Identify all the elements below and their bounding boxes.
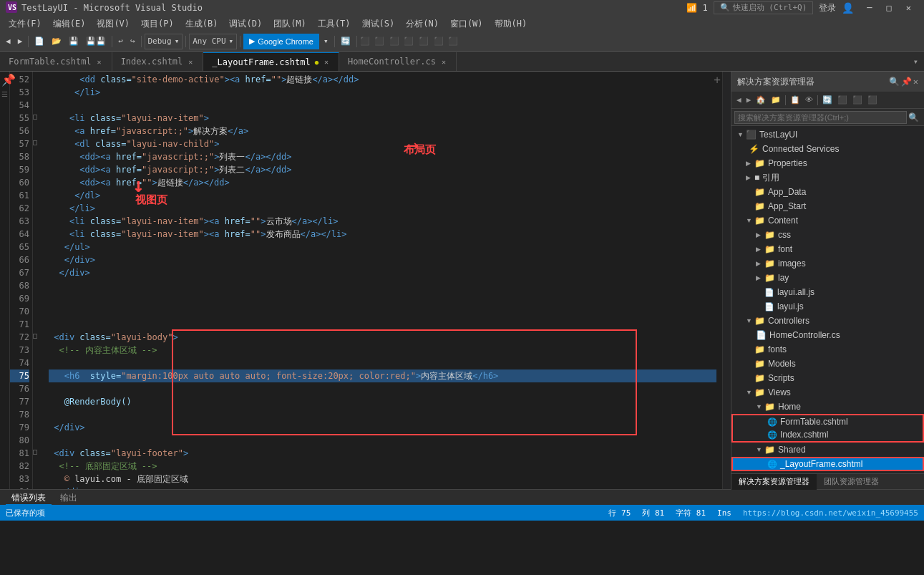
folder-icon: 📁 [754,187,765,197]
se-forward-btn[interactable]: ▶ [744,95,754,105]
se-back-btn[interactable]: ◀ [734,95,744,105]
tab-close-icon[interactable]: ✕ [187,57,194,67]
refresh-btn[interactable]: 🔄 [338,34,354,49]
menu-item[interactable]: 帮助(H) [489,16,533,32]
menu-item[interactable]: 团队(M) [268,16,312,32]
tree-item-homecontroller[interactable]: 📄 HomeController.cs [731,328,924,342]
tab-output[interactable]: 输出 [54,490,83,506]
code-line-71 [49,318,716,331]
add-line-btn[interactable]: + [714,73,721,87]
tab-homecontroller[interactable]: HomeController.cs ✕ [339,52,457,71]
code-line-54 [49,99,716,112]
se-tab-team[interactable]: 团队资源管理器 [817,474,886,490]
menu-item[interactable]: 视图(V) [91,16,135,32]
tree-item-references[interactable]: ▶ ■ 引用 [731,170,924,185]
se-extra2-btn[interactable]: ⬛ [850,95,865,105]
save-all-btn[interactable]: 💾💾 [83,34,109,49]
redo-btn[interactable]: ↪ [127,34,138,49]
se-tab-solution[interactable]: 解决方案资源管理器 [731,474,817,490]
run-dropdown[interactable]: ▾ [321,34,331,49]
tab-error-list[interactable]: 错误列表 [6,490,52,506]
menu-item[interactable]: 文件(F) [3,16,47,32]
se-home-btn[interactable]: 🏠 [754,95,768,105]
menu-item[interactable]: 编辑(E) [47,16,92,32]
se-collapse-btn[interactable]: 📁 [769,95,783,105]
folder-icon: 📁 [764,230,775,240]
tree-item-views[interactable]: ▼ 📁 Views [731,385,924,400]
tree-item-properties[interactable]: ▶ 📁 Properties [731,156,924,170]
menu-item[interactable]: 项目(P) [135,16,180,32]
layout-page-annotation: ↘ 布局页 [401,129,439,158]
tab-layoutframe[interactable]: _LayoutFrame.cshtml ● ✕ [203,52,339,71]
tree-item-scripts[interactable]: 📁 Scripts [731,371,924,385]
tree-item-shared[interactable]: ▼ 📁 Shared [731,443,924,457]
expand-icon: ▶ [756,231,764,238]
code-line-59: <dd><a href="javascript:;" >列表二</a></dd> [49,163,716,176]
tree-item-connected-services[interactable]: ⚡ Connected Services [731,142,924,156]
open-file-btn[interactable]: 📂 [49,34,64,49]
expand-icon: ▶ [756,260,764,267]
run-btn[interactable]: ▶ Google Chrome [243,34,319,49]
se-preview-btn[interactable]: 👁 [803,95,815,105]
se-close-btn[interactable]: ✕ [913,77,918,87]
se-search-btn[interactable]: 🔍 [889,77,900,87]
code-line-75: <h6 style="margin:100px auto auto auto; … [49,369,716,382]
menu-item[interactable]: 生成(B) [180,16,224,32]
close-btn[interactable]: ✕ [899,3,918,13]
maximize-btn[interactable]: □ [880,3,899,13]
tree-item-content[interactable]: ▼ 📁 Content [731,213,924,228]
undo-btn[interactable]: ↩ [115,34,126,49]
code-line-66: </div> [49,253,716,266]
tree-item-app-start[interactable]: 📁 App_Start [731,199,924,213]
editor[interactable]: 📌 ☰ 525354555657 585960616263 6465666768… [0,72,731,489]
tab-overflow-btn[interactable]: ▾ [908,52,924,71]
tab-close-icon[interactable]: ✕ [323,57,330,67]
se-pin-btn[interactable]: 📌 [901,77,912,87]
se-tree[interactable]: ▼ ⬛ TestLayUI ⚡ Connected Services ▶ 📁 P… [731,126,924,473]
tab-close-icon[interactable]: ✕ [440,57,447,67]
solution-explorer: 解决方案资源管理器 🔍 📌 ✕ ◀ ▶ 🏠 📁 📋 👁 🔄 ⬛ ⬛ ⬛ [731,72,924,489]
se-refresh-btn[interactable]: 🔄 [820,95,835,105]
se-search-input[interactable] [734,111,907,124]
tree-item-home[interactable]: ▼ 📁 Home [731,400,924,414]
tree-label: lay [778,273,789,283]
connected-icon: ⚡ [749,144,759,154]
tree-item-css[interactable]: ▶ 📁 css [731,228,924,242]
tab-close-icon[interactable]: ✕ [96,57,103,67]
tab-formtable[interactable]: FormTable.cshtml ✕ [0,52,112,71]
menu-item[interactable]: 调试(D) [223,16,268,32]
tree-item-controllers[interactable]: ▼ 📁 Controllers [731,314,924,328]
se-properties-btn[interactable]: 📋 [788,95,802,105]
se-extra-btn[interactable]: ⬛ [835,95,850,105]
tree-item-font[interactable]: ▶ 📁 font [731,242,924,256]
tree-item-index[interactable]: 🌐 Index.cshtml [731,428,924,443]
se-extra3-btn[interactable]: ⬛ [865,95,880,105]
tree-item-layoutframe[interactable]: 🌐 _LayoutFrame.cshtml [731,457,924,471]
tree-item-layui-all-js[interactable]: 📄 layui.all.js [731,285,924,299]
tree-item-images[interactable]: ▶ 📁 images [731,256,924,271]
minimize-btn[interactable]: ─ [860,3,879,13]
quick-launch[interactable]: 🔍 登录 快速启动 (Ctrl+Q) [714,1,814,14]
code-content[interactable]: ↓ 视图页 ↘ 布局页 <dd class="site-demo-active"… [43,72,722,489]
debug-config-dropdown[interactable]: Debug ▾ [145,34,183,49]
tree-label: layui.all.js [777,287,814,297]
tree-item-fonts[interactable]: 📁 fonts [731,342,924,357]
tree-item-models[interactable]: 📁 Models [731,357,924,371]
editor-scrollbar[interactable] [722,72,731,489]
login-text[interactable]: 登录 [819,2,836,14]
new-file-btn[interactable]: 📄 [31,34,47,49]
tab-index[interactable]: Index.cshtml ✕ [112,52,204,71]
menu-item[interactable]: 工具(T) [312,16,356,32]
tree-item-formtable[interactable]: 🌐 FormTable.cshtml [731,414,924,428]
tree-item-app-data[interactable]: 📁 App_Data [731,185,924,199]
tree-item-testlayui[interactable]: ▼ ⬛ TestLayUI [731,127,924,142]
menu-item[interactable]: 测试(S) [356,16,401,32]
tree-item-layui-js[interactable]: 📄 layui.js [731,299,924,314]
save-btn[interactable]: 💾 [66,34,82,49]
platform-dropdown[interactable]: Any CPU ▾ [189,34,237,49]
menu-item[interactable]: 窗口(W) [444,16,489,32]
back-btn[interactable]: ◀ [3,34,14,49]
forward-btn[interactable]: ▶ [15,34,26,49]
menu-item[interactable]: 分析(N) [400,16,444,32]
tree-item-lay[interactable]: ▶ 📁 lay [731,271,924,285]
